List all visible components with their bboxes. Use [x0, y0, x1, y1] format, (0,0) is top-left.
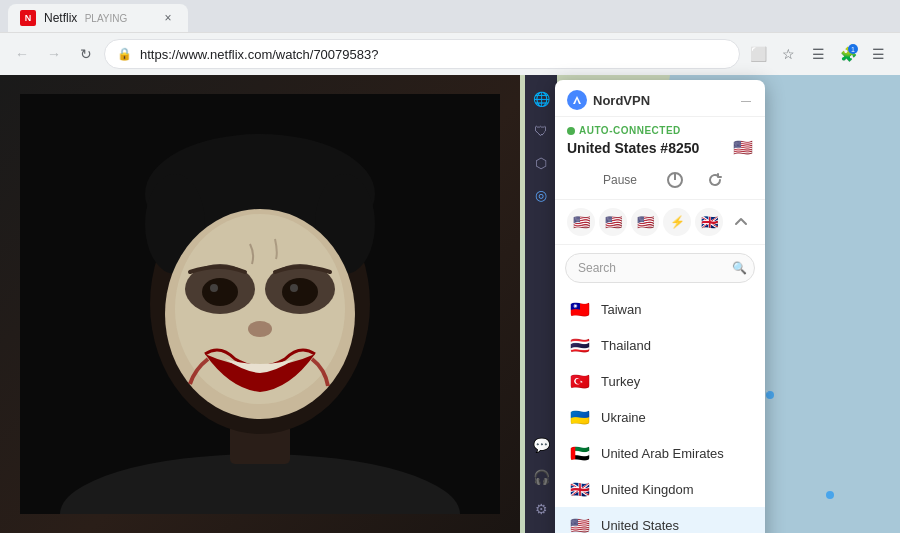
menu-button[interactable]: ☰ — [864, 40, 892, 68]
list-item[interactable]: 🇬🇧 United Kingdom — [555, 471, 765, 507]
joker-face — [0, 75, 520, 533]
tab-bar: N Netflix PLAYING × — [0, 0, 900, 32]
us-label: United States — [601, 518, 679, 533]
turkey-label: Turkey — [601, 374, 640, 389]
list-item[interactable]: 🇹🇷 Turkey — [555, 363, 765, 399]
auto-connected-label: AUTO-CONNECTED — [567, 125, 753, 136]
list-item[interactable]: 🇹🇭 Thailand — [555, 327, 765, 363]
tab-favicon: N — [20, 10, 36, 26]
list-item[interactable]: 🇦🇪 United Arab Emirates — [555, 435, 765, 471]
sidebar-settings-icon[interactable]: ⚙ — [529, 497, 553, 521]
uae-label: United Arab Emirates — [601, 446, 724, 461]
firefox-account-button[interactable]: ☰ — [804, 40, 832, 68]
nordvpn-logo — [567, 90, 587, 110]
pause-button[interactable]: Pause — [595, 169, 645, 191]
sidebar-globe-icon[interactable]: 🌐 — [529, 87, 553, 111]
power-icon — [665, 170, 685, 190]
svg-point-13 — [210, 284, 218, 292]
quick-icon-gb[interactable]: 🇬🇧 — [695, 208, 723, 236]
sidebar-shield-icon[interactable]: 🛡 — [529, 119, 553, 143]
connection-flag: 🇺🇸 — [733, 138, 753, 157]
quick-icon-us-2[interactable]: 🇺🇸 — [599, 208, 627, 236]
sidebar-nodes-icon[interactable]: ⬡ — [529, 151, 553, 175]
thailand-label: Thailand — [601, 338, 651, 353]
list-item[interactable]: 🇺🇦 Ukraine — [555, 399, 765, 435]
power-button[interactable] — [665, 170, 685, 190]
nordvpn-panel: NordVPN — AUTO-CONNECTED United States #… — [555, 80, 765, 533]
extension-badge: 1 — [848, 44, 858, 54]
forward-button[interactable]: → — [40, 40, 68, 68]
toolbar-right-buttons: ⬜ ☆ ☰ 🧩 1 ☰ — [744, 40, 892, 68]
us-flag: 🇺🇸 — [569, 514, 591, 533]
tab-close-button[interactable]: × — [160, 10, 176, 26]
list-item[interactable]: 🇺🇸 United States — [555, 507, 765, 533]
connection-dot — [567, 127, 575, 135]
browser-chrome: N Netflix PLAYING × ← → ↻ 🔒 https://www.… — [0, 0, 900, 75]
svg-point-11 — [202, 278, 238, 306]
security-icon: 🔒 — [117, 47, 132, 61]
browser-toolbar: ← → ↻ 🔒 https://www.netflix.com/watch/70… — [0, 32, 900, 75]
ukraine-flag: 🇺🇦 — [569, 406, 591, 428]
refresh-icon — [706, 171, 724, 189]
ukraine-label: Ukraine — [601, 410, 646, 425]
refresh-button[interactable] — [705, 170, 725, 190]
quick-icon-us-3[interactable]: 🇺🇸 — [631, 208, 659, 236]
search-bar: 🔍 — [565, 253, 755, 283]
url-display: https://www.netflix.com/watch/70079583? — [140, 47, 727, 62]
svg-point-27 — [567, 90, 587, 110]
search-input[interactable] — [565, 253, 755, 283]
list-item[interactable]: 🇹🇼 Taiwan — [555, 291, 765, 327]
chevron-up-icon — [733, 214, 749, 230]
uae-flag: 🇦🇪 — [569, 442, 591, 464]
country-list: 🇹🇼 Taiwan 🇹🇭 Thailand 🇹🇷 Turkey 🇺🇦 Ukrai… — [555, 291, 765, 533]
action-buttons: Pause — [555, 161, 765, 200]
tab-title: Netflix PLAYING — [44, 11, 152, 25]
quick-icons-expand-button[interactable] — [729, 210, 753, 234]
nordvpn-sidebar: 🌐 🛡 ⬡ ◎ 💬 🎧 ⚙ — [525, 75, 557, 533]
taiwan-flag: 🇹🇼 — [569, 298, 591, 320]
taiwan-label: Taiwan — [601, 302, 641, 317]
sidebar-chat-icon[interactable]: 💬 — [529, 433, 553, 457]
quick-icon-us-1[interactable]: 🇺🇸 — [567, 208, 595, 236]
sidebar-target-icon[interactable]: ◎ — [529, 183, 553, 207]
svg-point-15 — [248, 321, 272, 337]
panel-header: NordVPN — — [555, 80, 765, 117]
panel-minimize-button[interactable]: — — [739, 93, 753, 107]
svg-point-12 — [282, 278, 318, 306]
quick-icon-lightning[interactable]: ⚡ — [663, 208, 691, 236]
quick-icons-row: 🇺🇸 🇺🇸 🇺🇸 ⚡ 🇬🇧 — [555, 200, 765, 245]
svg-point-14 — [290, 284, 298, 292]
sidebar-headset-icon[interactable]: 🎧 — [529, 465, 553, 489]
connection-status: AUTO-CONNECTED United States #8250 🇺🇸 — [555, 117, 765, 161]
bookmark-button[interactable]: ☆ — [774, 40, 802, 68]
screenshot-button[interactable]: ⬜ — [744, 40, 772, 68]
address-bar[interactable]: 🔒 https://www.netflix.com/watch/70079583… — [104, 39, 740, 69]
search-icon[interactable]: 🔍 — [732, 261, 747, 275]
svg-point-24 — [826, 491, 834, 499]
joker-illustration — [20, 94, 500, 514]
reload-button[interactable]: ↻ — [72, 40, 100, 68]
thailand-flag: 🇹🇭 — [569, 334, 591, 356]
extensions-button[interactable]: 🧩 1 — [834, 40, 862, 68]
turkey-flag: 🇹🇷 — [569, 370, 591, 392]
uk-flag: 🇬🇧 — [569, 478, 591, 500]
uk-label: United Kingdom — [601, 482, 694, 497]
panel-title: NordVPN — [593, 93, 650, 108]
back-button[interactable]: ← — [8, 40, 36, 68]
active-tab[interactable]: N Netflix PLAYING × — [8, 4, 188, 32]
connection-server-name: United States #8250 🇺🇸 — [567, 138, 753, 157]
